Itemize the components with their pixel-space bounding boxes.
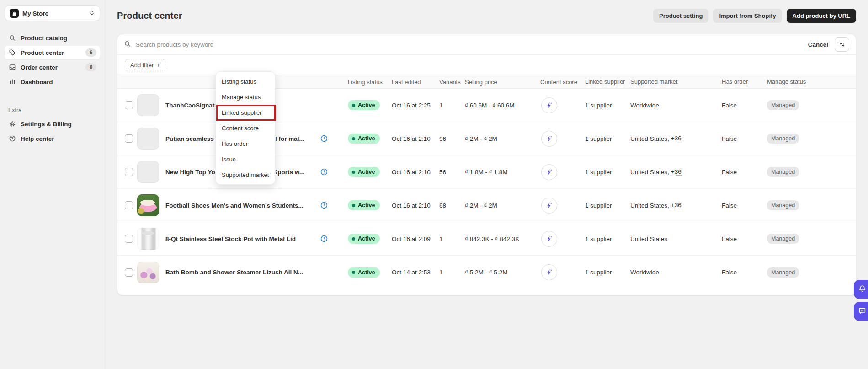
supported-market-text: Worldwide bbox=[630, 269, 659, 276]
info-icon[interactable] bbox=[320, 235, 328, 243]
manage-status-badge: Managed bbox=[767, 234, 799, 244]
tag-icon bbox=[8, 49, 16, 57]
status-dot-icon bbox=[352, 204, 355, 207]
row-checkbox[interactable] bbox=[125, 134, 133, 143]
status-dot-icon bbox=[352, 171, 355, 174]
column-variants: Variants bbox=[439, 79, 461, 86]
store-name: My Store bbox=[22, 10, 85, 17]
column-linked-supplier[interactable]: Linked supplier bbox=[585, 78, 625, 86]
import-from-shopify-button[interactable]: Import from Shopify bbox=[713, 9, 782, 23]
manage-status-badge: Managed bbox=[767, 267, 799, 278]
sidebar-item-settings-billing[interactable]: Settings & Billing bbox=[5, 117, 100, 131]
column-supported-market[interactable]: Supported market bbox=[630, 78, 677, 86]
manage-status-badge: Managed bbox=[767, 100, 799, 110]
add-filter-dropdown: Listing statusManage statusLinked suppli… bbox=[215, 71, 276, 185]
linked-supplier-cell[interactable]: 1 supplier bbox=[585, 135, 630, 142]
row-checkbox[interactable] bbox=[125, 235, 133, 243]
selling-price-cell: ₫ 1.8M - ₫ 1.8M bbox=[465, 169, 540, 176]
product-thumbnail bbox=[137, 94, 159, 116]
info-icon[interactable] bbox=[320, 134, 328, 143]
last-edited-cell: Oct 14 at 2:53 bbox=[392, 269, 439, 276]
column-manage-status[interactable]: Manage status bbox=[767, 78, 806, 86]
row-checkbox[interactable] bbox=[125, 268, 133, 277]
sidebar-item-product-center[interactable]: Product center 6 bbox=[5, 46, 100, 59]
sidebar-item-order-center[interactable]: Order center 0 bbox=[5, 60, 100, 74]
filter-menu-item-issue[interactable]: Issue bbox=[216, 151, 275, 167]
column-last-edited: Last edited bbox=[392, 79, 421, 86]
product-title[interactable]: Football Shoes Men's and Women's Student… bbox=[165, 202, 320, 209]
table-row[interactable]: Bath Bomb and Shower Steamer Lizush All … bbox=[117, 256, 856, 289]
info-icon[interactable] bbox=[320, 201, 328, 209]
filter-menu-item-has-order[interactable]: Has order bbox=[216, 136, 275, 151]
store-selector[interactable]: My Store bbox=[5, 5, 100, 21]
content-score-icon[interactable] bbox=[541, 198, 557, 214]
linked-supplier-cell[interactable]: 1 supplier bbox=[585, 269, 630, 276]
variants-cell: 56 bbox=[439, 169, 465, 176]
table-row[interactable]: 8-Qt Stainless Steel Stock Pot with Meta… bbox=[117, 222, 856, 256]
status-dot-icon bbox=[352, 104, 355, 107]
content-score-icon[interactable] bbox=[541, 264, 557, 280]
listing-status-badge: Active bbox=[348, 234, 380, 244]
listing-status-label: Active bbox=[358, 169, 375, 175]
has-order-cell: False bbox=[722, 135, 767, 142]
linked-supplier-cell[interactable]: 1 supplier bbox=[585, 169, 630, 176]
notifications-button[interactable] bbox=[854, 280, 868, 299]
info-icon[interactable] bbox=[320, 168, 328, 176]
sort-button[interactable] bbox=[835, 37, 849, 52]
linked-supplier-cell[interactable]: 1 supplier bbox=[585, 235, 630, 242]
row-checkbox[interactable] bbox=[125, 201, 133, 209]
sidebar-nav: Product catalog Product center 6 Order c… bbox=[5, 31, 100, 89]
column-has-order[interactable]: Has order bbox=[722, 78, 748, 86]
sidebar-item-label: Dashboard bbox=[21, 79, 96, 86]
product-setting-button[interactable]: Product setting bbox=[653, 9, 708, 23]
product-thumbnail bbox=[137, 128, 159, 150]
has-order-cell: False bbox=[722, 269, 767, 276]
table-row[interactable]: Football Shoes Men's and Women's Student… bbox=[117, 189, 856, 222]
sidebar-item-product-catalog[interactable]: Product catalog bbox=[5, 31, 100, 45]
sidebar-extra-nav: Settings & Billing Help center bbox=[5, 117, 100, 145]
variants-cell: 96 bbox=[439, 135, 465, 142]
product-title[interactable]: Bath Bomb and Shower Steamer Lizush All … bbox=[165, 269, 320, 276]
variants-cell: 68 bbox=[439, 202, 465, 209]
supported-market-more[interactable]: +36 bbox=[671, 168, 682, 176]
listing-status-badge: Active bbox=[348, 100, 380, 110]
filter-menu-item-content-score[interactable]: Content score bbox=[216, 120, 275, 136]
search-input[interactable] bbox=[136, 41, 804, 48]
row-checkbox[interactable] bbox=[125, 101, 133, 109]
sidebar-item-help-center[interactable]: Help center bbox=[5, 132, 100, 145]
product-thumbnail bbox=[137, 262, 159, 283]
filter-menu-item-supported-market[interactable]: Supported market bbox=[216, 167, 275, 182]
sidebar-item-dashboard[interactable]: Dashboard bbox=[5, 75, 100, 89]
listing-status-label: Active bbox=[358, 135, 375, 142]
listing-status-badge: Active bbox=[348, 200, 380, 210]
row-checkbox[interactable] bbox=[125, 168, 133, 176]
add-filter-button[interactable]: Add filter+ bbox=[125, 59, 165, 71]
manage-status-badge: Managed bbox=[767, 200, 799, 210]
plus-icon: + bbox=[156, 62, 160, 69]
filter-menu-item-listing-status[interactable]: Listing status bbox=[216, 74, 275, 89]
search-icon bbox=[8, 34, 16, 42]
filter-menu-item-manage-status[interactable]: Manage status bbox=[216, 89, 275, 105]
gear-icon bbox=[8, 120, 16, 128]
last-edited-cell: Oct 16 at 2:10 bbox=[392, 169, 439, 176]
add-product-by-url-button[interactable]: Add product by URL bbox=[787, 9, 856, 23]
order-icon bbox=[8, 64, 16, 71]
has-order-cell: False bbox=[722, 102, 767, 109]
supported-market-more[interactable]: +36 bbox=[671, 135, 682, 142]
unfold-icon bbox=[89, 10, 95, 17]
linked-supplier-cell[interactable]: 1 supplier bbox=[585, 202, 630, 209]
sidebar-item-label: Help center bbox=[21, 135, 96, 142]
content-score-icon[interactable] bbox=[541, 131, 557, 147]
chat-support-button[interactable] bbox=[854, 302, 868, 321]
linked-supplier-cell[interactable]: 1 supplier bbox=[585, 102, 630, 109]
content-score-icon[interactable] bbox=[541, 97, 557, 113]
content-score-icon[interactable] bbox=[541, 231, 557, 247]
manage-status-badge: Managed bbox=[767, 167, 799, 177]
product-title[interactable]: 8-Qt Stainless Steel Stock Pot with Meta… bbox=[165, 235, 320, 242]
supported-market-more[interactable]: +36 bbox=[671, 202, 682, 209]
content-score-icon[interactable] bbox=[541, 164, 557, 180]
listing-status-label: Active bbox=[358, 269, 375, 276]
cancel-button[interactable]: Cancel bbox=[808, 41, 828, 48]
filter-menu-item-linked-supplier[interactable]: Linked supplier bbox=[216, 105, 275, 120]
product-thumbnail bbox=[137, 228, 159, 250]
